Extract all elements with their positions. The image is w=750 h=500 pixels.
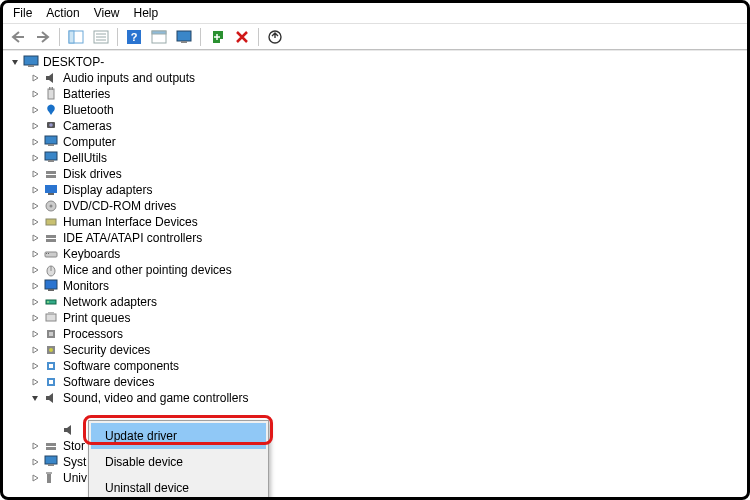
chevron-right-icon[interactable] <box>29 184 41 196</box>
tree-root[interactable]: DESKTOP- <box>9 54 747 70</box>
tree-category-label: Stor <box>63 438 85 454</box>
x-icon <box>235 30 249 44</box>
device-tree[interactable]: DESKTOP- Audio inputs and outputsBatteri… <box>3 50 747 498</box>
chevron-right-icon[interactable] <box>29 248 41 260</box>
chevron-right-icon[interactable] <box>29 328 41 340</box>
tree-category[interactable]: Software components <box>29 358 747 374</box>
chevron-right-icon[interactable] <box>29 456 41 468</box>
chevron-right-icon[interactable] <box>29 472 41 484</box>
chevron-right-icon[interactable] <box>29 168 41 180</box>
chevron-right-icon[interactable] <box>29 360 41 372</box>
svg-rect-22 <box>45 152 57 160</box>
chevron-right-icon[interactable] <box>29 264 41 276</box>
tree-category-label: Mice and other pointing devices <box>63 262 232 278</box>
svg-rect-16 <box>49 87 51 90</box>
tree-category[interactable]: Audio inputs and outputs <box>29 70 747 86</box>
tree-category[interactable]: Software devices <box>29 374 747 390</box>
tree-category[interactable]: Human Interface Devices <box>29 214 747 230</box>
tree-category[interactable]: Keyboards <box>29 246 747 262</box>
tree-category-label: Batteries <box>63 86 110 102</box>
cm-uninstall-device[interactable]: Uninstall device <box>91 475 266 498</box>
help-icon: ? <box>126 29 142 45</box>
category-icon <box>43 326 59 342</box>
svg-rect-45 <box>49 332 53 336</box>
tree-category[interactable]: Display adapters <box>29 182 747 198</box>
context-menu: Update driver Disable device Uninstall d… <box>88 420 269 498</box>
enable-button[interactable] <box>206 26 228 48</box>
chevron-right-icon[interactable] <box>29 232 41 244</box>
chevron-right-icon[interactable] <box>29 440 41 452</box>
chevron-right-icon[interactable] <box>29 216 41 228</box>
svg-rect-25 <box>46 175 56 178</box>
svg-rect-31 <box>46 235 56 238</box>
tree-category-label: Bluetooth <box>63 102 114 118</box>
tree-category-label: Monitors <box>63 278 109 294</box>
tree-category[interactable]: DVD/CD-ROM drives <box>29 198 747 214</box>
tree-category[interactable]: Bluetooth <box>29 102 747 118</box>
menu-file[interactable]: File <box>7 4 38 22</box>
svg-rect-53 <box>46 447 56 450</box>
chevron-right-icon[interactable] <box>29 376 41 388</box>
back-button[interactable] <box>7 26 29 48</box>
tree-category[interactable]: DellUtils <box>29 150 747 166</box>
scan-hardware-button[interactable] <box>173 26 195 48</box>
chevron-right-icon[interactable] <box>29 344 41 356</box>
tree-category[interactable]: Computer <box>29 134 747 150</box>
menu-action[interactable]: Action <box>40 4 85 22</box>
chevron-right-icon[interactable] <box>29 200 41 212</box>
menu-view[interactable]: View <box>88 4 126 22</box>
category-icon <box>43 150 59 166</box>
update-driver-tool-button[interactable] <box>264 26 286 48</box>
tree-category-label: Software devices <box>63 374 154 390</box>
svg-rect-27 <box>48 193 54 195</box>
tree-category[interactable]: Mice and other pointing devices <box>29 262 747 278</box>
svg-rect-35 <box>48 253 49 254</box>
chevron-down-icon[interactable] <box>29 392 41 404</box>
svg-point-47 <box>49 348 53 352</box>
export-list-button[interactable] <box>90 26 112 48</box>
tree-category[interactable]: Network adapters <box>29 294 747 310</box>
tree-category[interactable]: Sound, video and game controllers <box>29 390 747 406</box>
tree-category[interactable]: Cameras <box>29 118 747 134</box>
category-icon <box>43 214 59 230</box>
chevron-right-icon[interactable] <box>29 120 41 132</box>
help-button[interactable]: ? <box>123 26 145 48</box>
cm-update-driver[interactable]: Update driver <box>91 423 266 449</box>
speaker-icon <box>61 422 77 438</box>
category-icon <box>43 454 59 470</box>
chevron-right-icon[interactable] <box>29 152 41 164</box>
uninstall-button[interactable] <box>231 26 253 48</box>
svg-rect-23 <box>48 160 54 162</box>
chevron-right-icon[interactable] <box>29 296 41 308</box>
category-icon <box>43 134 59 150</box>
action-button[interactable] <box>148 26 170 48</box>
tree-category[interactable]: Print queues <box>29 310 747 326</box>
svg-text:?: ? <box>131 31 138 43</box>
category-icon <box>43 358 59 374</box>
tree-category-label: Univ <box>63 470 87 486</box>
chevron-down-icon[interactable] <box>9 56 21 68</box>
chevron-right-icon[interactable] <box>29 312 41 324</box>
chevron-right-icon[interactable] <box>29 104 41 116</box>
chevron-right-icon[interactable] <box>29 88 41 100</box>
tree-category[interactable]: Processors <box>29 326 747 342</box>
tree-category[interactable]: Batteries <box>29 86 747 102</box>
chevron-right-icon[interactable] <box>29 280 41 292</box>
tree-category-label: Audio inputs and outputs <box>63 70 195 86</box>
arrow-left-icon <box>11 31 25 43</box>
show-hide-tree-button[interactable] <box>65 26 87 48</box>
tree-category[interactable]: Disk drives <box>29 166 747 182</box>
device-manager-window: File Action View Help ? <box>0 0 750 500</box>
tree-category-label: Security devices <box>63 342 150 358</box>
forward-button[interactable] <box>32 26 54 48</box>
tree-category-label: Computer <box>63 134 116 150</box>
chevron-right-icon[interactable] <box>29 136 41 148</box>
menu-help[interactable]: Help <box>128 4 165 22</box>
tree-category[interactable]: IDE ATA/ATAPI controllers <box>29 230 747 246</box>
tree-category-label: Display adapters <box>63 182 152 198</box>
tree-category-label: DVD/CD-ROM drives <box>63 198 176 214</box>
chevron-right-icon[interactable] <box>29 72 41 84</box>
tree-category[interactable]: Monitors <box>29 278 747 294</box>
tree-category[interactable]: Security devices <box>29 342 747 358</box>
cm-disable-device[interactable]: Disable device <box>91 449 266 475</box>
